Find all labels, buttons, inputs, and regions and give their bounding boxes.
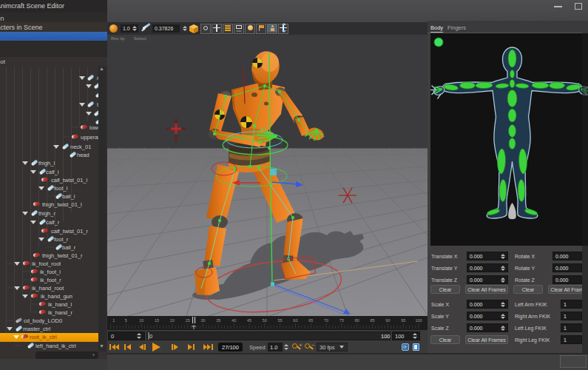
svg-text:40: 40 <box>232 318 236 323</box>
svg-text:90: 90 <box>385 318 390 323</box>
svg-text:60: 60 <box>293 318 297 323</box>
svg-text:85: 85 <box>370 318 374 323</box>
svg-text:100: 100 <box>415 318 422 323</box>
svg-text:80: 80 <box>355 318 359 323</box>
svg-text:35: 35 <box>216 318 220 323</box>
svg-text:10: 10 <box>139 318 143 323</box>
svg-text:95: 95 <box>401 318 405 323</box>
svg-text:55: 55 <box>278 318 283 323</box>
svg-text:30: 30 <box>200 318 205 323</box>
svg-text:45: 45 <box>247 318 251 323</box>
svg-text:5: 5 <box>125 318 127 323</box>
svg-text:70: 70 <box>324 318 328 323</box>
svg-text:75: 75 <box>339 318 344 323</box>
svg-text:25: 25 <box>186 318 190 323</box>
svg-text:15: 15 <box>155 318 159 323</box>
svg-text:1: 1 <box>112 318 115 323</box>
svg-text:50: 50 <box>263 318 267 323</box>
svg-text:65: 65 <box>308 318 313 323</box>
svg-text:20: 20 <box>170 318 175 323</box>
